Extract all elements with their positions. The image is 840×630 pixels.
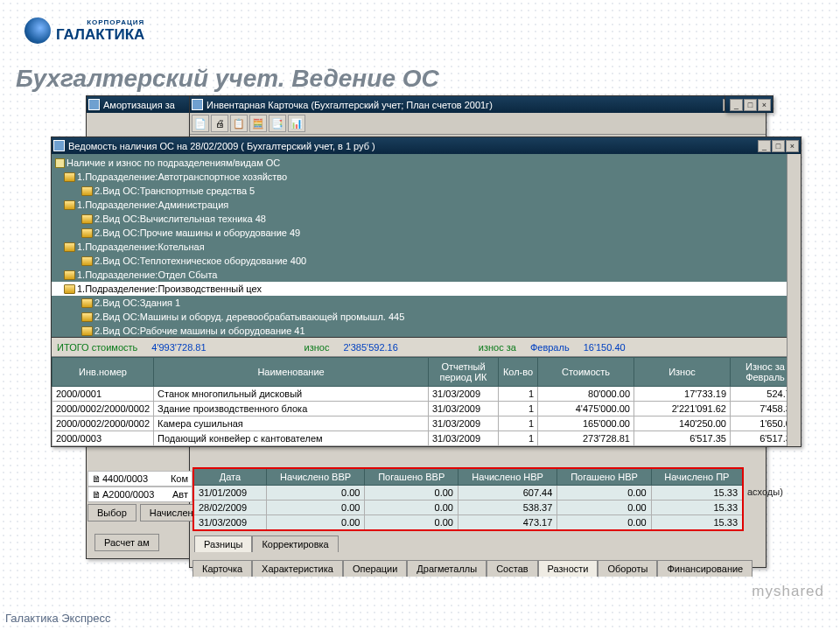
tool-copy-icon[interactable]: 📋	[230, 115, 248, 132]
cell[interactable]: 2000/0002/2000/0002	[52, 402, 154, 416]
calc-button[interactable]: Расчет ам	[94, 534, 159, 551]
cell[interactable]: 273'728.81	[538, 431, 634, 446]
cell[interactable]: 2000/0001	[52, 387, 154, 402]
cell[interactable]: 538.37	[458, 500, 556, 515]
cell[interactable]: 2'221'091.62	[634, 402, 731, 416]
tab-Характеристика[interactable]: Характеристика	[252, 560, 343, 577]
cell[interactable]: 0.00	[365, 486, 458, 500]
cell[interactable]: 1	[499, 431, 538, 446]
cell[interactable]: 1	[499, 416, 538, 431]
tab-Финансирование[interactable]: Финансирование	[657, 560, 752, 577]
tab-Карточка[interactable]: Карточка	[192, 560, 252, 577]
cell[interactable]: 31/03/2009	[429, 431, 499, 446]
table-row[interactable]: 2000/0001Станок многопильный дисковый31/…	[52, 387, 801, 402]
col-header[interactable]: Отчетный период ИК	[429, 358, 499, 387]
cell[interactable]: 1	[499, 402, 538, 416]
maximize-button[interactable]: □	[744, 99, 757, 111]
cell[interactable]: 31/03/2009	[429, 402, 499, 416]
cell[interactable]: 0.00	[266, 500, 365, 515]
tool-doc-icon[interactable]: 📑	[269, 115, 286, 132]
tree-node[interactable]: 2.Вид ОС:Прочие машины и оборудование 49	[52, 226, 801, 240]
cell[interactable]: 165'000.00	[538, 416, 634, 431]
tree-node[interactable]: 1.Подразделение:Отдел Сбыта	[52, 268, 801, 282]
tree-node[interactable]: 1.Подразделение:Котельная	[52, 240, 801, 254]
titlebar-card[interactable]: Инвентарная Карточка (Бухгалтерский учет…	[190, 96, 766, 113]
col-header[interactable]: Кол-во	[499, 358, 538, 387]
cell[interactable]: Камера сушильная	[154, 416, 429, 431]
close-button[interactable]: ×	[786, 140, 799, 152]
cell[interactable]: 0.00	[365, 500, 458, 515]
cell[interactable]: 0.00	[266, 486, 365, 500]
tab-Обороты[interactable]: Обороты	[598, 560, 657, 577]
col-header[interactable]: Начислено ВВР	[266, 468, 365, 486]
table-row[interactable]: 2000/0003Подающий конвейер с кантователе…	[52, 431, 801, 446]
tab-Разности[interactable]: Разности	[538, 560, 598, 577]
cell[interactable]: Подающий конвейер с кантователем	[154, 431, 429, 446]
col-header[interactable]: Износ	[634, 358, 731, 387]
maximize-button[interactable]: □	[772, 140, 785, 152]
col-header[interactable]: Начислено НВР	[458, 468, 556, 486]
scrollbar-vertical[interactable]	[787, 154, 801, 446]
table-row[interactable]: 2000/0002/2000/0002Камера сушильная31/03…	[52, 416, 801, 431]
cell[interactable]: 15.33	[651, 486, 743, 500]
tree-node[interactable]: 2.Вид ОС:Рабочие машины и оборудование 4…	[52, 324, 801, 338]
table-row[interactable]: 28/02/20090.000.00538.370.0015.33	[193, 500, 743, 515]
cell[interactable]: 0.00	[557, 515, 651, 531]
tab-Драгметаллы[interactable]: Драгметаллы	[407, 560, 486, 577]
select-button[interactable]: Выбор	[88, 504, 136, 522]
tree-os[interactable]: Наличие и износ по подразделениям/видам …	[52, 154, 801, 338]
cell[interactable]: 31/03/2009	[429, 387, 499, 402]
col-header[interactable]: Погашено НВР	[557, 468, 651, 486]
tree-node[interactable]: 1.Подразделение:Администрация	[52, 198, 801, 212]
close-button[interactable]: ×	[758, 99, 771, 111]
cell[interactable]: Здание производственного блока	[154, 402, 429, 416]
table-row[interactable]: 2000/0002/2000/0002Здание производственн…	[52, 402, 801, 416]
tree-node[interactable]: 2.Вид ОС:Теплотехническое оборудование 4…	[52, 254, 801, 268]
cell[interactable]: 31/03/2009	[429, 416, 499, 431]
cell[interactable]: 80'000.00	[538, 387, 634, 402]
col-header[interactable]: Начислено ПР	[651, 468, 743, 486]
tool-print-icon[interactable]: 🖨	[211, 115, 228, 132]
minimize-button[interactable]: _	[730, 99, 743, 111]
tree-node[interactable]: 1.Подразделение:Производственный цех	[52, 282, 801, 296]
cell[interactable]: 2000/0002/2000/0002	[52, 416, 154, 431]
tab-Операции[interactable]: Операции	[343, 560, 407, 577]
cell[interactable]: 0.00	[365, 515, 458, 531]
cell[interactable]: 2000/0003	[52, 431, 154, 446]
cell[interactable]: 28/02/2009	[193, 500, 266, 515]
cell[interactable]: 473.17	[458, 515, 556, 531]
cell[interactable]: 17'733.19	[634, 387, 731, 402]
cell[interactable]: 15.33	[651, 515, 743, 531]
titlebar-vedomost[interactable]: Ведомость наличия ОС на 28/02/2009 ( Бух…	[52, 137, 801, 154]
cell[interactable]: 1	[499, 387, 538, 402]
tree-root[interactable]: Наличие и износ по подразделениям/видам …	[52, 156, 801, 170]
grid-differences[interactable]: ДатаНачислено ВВРПогашено ВВРНачислено Н…	[192, 467, 744, 531]
cell[interactable]: 0.00	[266, 515, 365, 531]
cell[interactable]: 0.00	[557, 500, 651, 515]
col-header[interactable]: Погашено ВВР	[365, 468, 458, 486]
minimize-button[interactable]: _	[758, 140, 771, 152]
table-row[interactable]: 31/01/20090.000.00607.440.0015.33	[193, 486, 743, 500]
cell[interactable]: Станок многопильный дисковый	[154, 387, 429, 402]
cell[interactable]: 4'475'000.00	[538, 402, 634, 416]
tool-report-icon[interactable]: 📊	[288, 115, 305, 132]
cell[interactable]: 15.33	[651, 500, 743, 515]
tree-node[interactable]: 2.Вид ОС:Машины и оборуд. деревообрабаты…	[52, 310, 801, 324]
cell[interactable]: 0.00	[557, 486, 651, 500]
tree-node[interactable]: 1.Подразделение:Автотранспортное хозяйст…	[52, 170, 801, 184]
tab-correction[interactable]: Корректировка	[252, 536, 338, 552]
tool-new-icon[interactable]: 📄	[192, 115, 209, 132]
tool-calc-icon[interactable]: 🧮	[249, 115, 267, 132]
grid-assets[interactable]: Инв.номерНаименованиеОтчетный период ИКК…	[52, 357, 801, 446]
tab-Состав[interactable]: Состав	[486, 560, 537, 577]
cell[interactable]: 607.44	[458, 486, 556, 500]
tree-node[interactable]: 2.Вид ОС:Вычислительная техника 48	[52, 212, 801, 226]
cell[interactable]: 31/01/2009	[193, 486, 266, 500]
cell[interactable]: 6'517.35	[634, 431, 731, 446]
col-header[interactable]: Дата	[193, 468, 266, 486]
col-header[interactable]: Инв.номер	[52, 358, 154, 387]
tree-node[interactable]: 2.Вид ОС:Здания 1	[52, 296, 801, 310]
table-row[interactable]: 31/03/20090.000.00473.170.0015.33	[193, 515, 743, 531]
cell[interactable]: 31/03/2009	[193, 515, 266, 531]
col-header[interactable]: Стоимость	[538, 358, 634, 387]
